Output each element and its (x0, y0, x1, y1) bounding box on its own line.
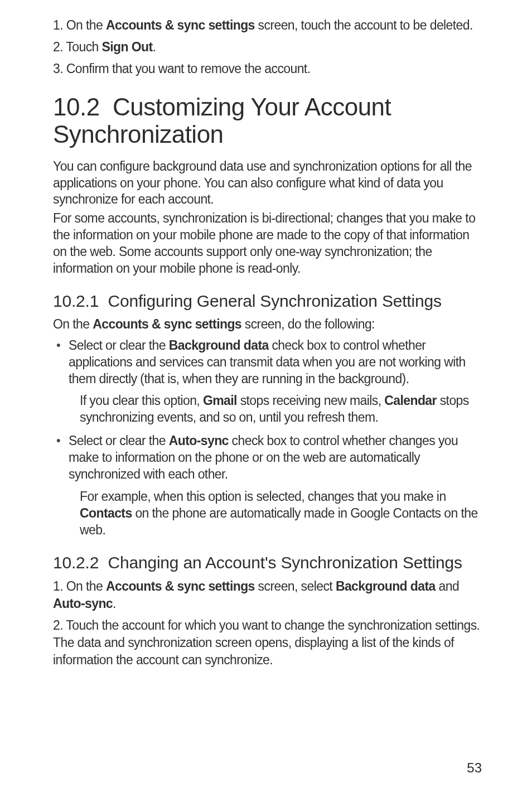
step-text-pre: On the (66, 18, 106, 32)
step-2: 2. Touch Sign Out. (53, 38, 485, 56)
paragraph-1: You can configure background data use an… (53, 158, 485, 209)
sub2-step-1: 1. On the Accounts & sync settings scree… (53, 578, 485, 612)
sub-b1: Gmail (203, 393, 237, 408)
step-text-bold: Sign Out (102, 40, 153, 54)
step-text-post: . (153, 40, 156, 54)
bullet-item-2: Select or clear the Auto-sync check box … (53, 433, 485, 483)
subsection-title: Changing an Account's Synchronization Se… (108, 553, 462, 572)
subsection-1-heading: 10.2.1 Configuring General Synchronizati… (53, 292, 485, 311)
p6: . (113, 596, 116, 611)
step-text-bold: Accounts & sync settings (106, 18, 255, 32)
p0: Touch the account for which you want to … (53, 618, 480, 667)
sub2-step-2: 2. Touch the account for which you want … (53, 617, 485, 669)
section-number: 10.2 (53, 93, 100, 120)
bullet-pre: Select or clear the (69, 338, 169, 352)
section-heading: 10.2 Customizing Your Account Synchroniz… (53, 93, 485, 148)
bullet-1-subpara: If you clear this option, Gmail stops re… (53, 393, 485, 426)
sub-b1: Contacts (80, 506, 132, 520)
step-text-pre: Confirm that you want to remove the acco… (66, 61, 311, 76)
step-number: 2. (53, 618, 63, 632)
step-text-post: screen, touch the account to be deleted. (255, 18, 473, 32)
step-3: 3. Confirm that you want to remove the a… (53, 60, 485, 78)
document-page: 1. On the Accounts & sync settings scree… (0, 0, 532, 797)
subsection-title: Configuring General Synchronization Sett… (108, 292, 442, 310)
bullet-2-subpara: For example, when this option is selecte… (53, 489, 485, 539)
p0: On the (66, 579, 106, 593)
sub-pre: If you clear this option, (80, 393, 203, 408)
bullet-pre: Select or clear the (69, 433, 169, 448)
section-title-text: Customizing Your Account Synchronization (53, 93, 391, 148)
p4: and (436, 579, 459, 593)
bullet-bold: Background data (169, 338, 269, 352)
step-number: 1. (53, 579, 63, 593)
subsection-number: 10.2.2 (53, 553, 99, 572)
p3: Background data (336, 579, 436, 593)
sub-post: on the phone are automatically made in G… (80, 506, 478, 537)
step-text-pre: Touch (66, 40, 101, 54)
bullet-item-1: Select or clear the Background data chec… (53, 337, 485, 388)
step-number: 1. (53, 18, 63, 32)
sub-b2: Calendar (384, 393, 437, 408)
sub-pre: For example, when this option is selecte… (80, 489, 446, 504)
bullet-list: Select or clear the Background data chec… (53, 337, 485, 388)
page-number: 53 (467, 760, 482, 776)
step-number: 2. (53, 40, 63, 54)
bullet-bold: Auto-sync (169, 433, 229, 448)
lead-bold: Accounts & sync settings (93, 317, 241, 331)
step-number: 3. (53, 61, 63, 76)
p2: screen, select (255, 579, 336, 593)
subsection-number: 10.2.1 (53, 292, 99, 310)
p5: Auto-sync (53, 596, 113, 611)
step-1: 1. On the Accounts & sync settings scree… (53, 17, 485, 34)
sub-mid: stops receiving new mails, (237, 393, 384, 408)
intro-steps: 1. On the Accounts & sync settings scree… (53, 17, 485, 78)
paragraph-2: For some accounts, synchronization is bi… (53, 210, 485, 277)
bullet-list-2: Select or clear the Auto-sync check box … (53, 433, 485, 483)
subsection-2-heading: 10.2.2 Changing an Account's Synchroniza… (53, 553, 485, 572)
p1: Accounts & sync settings (106, 579, 255, 593)
lead-pre: On the (53, 317, 93, 331)
subsection-1-lead: On the Accounts & sync settings screen, … (53, 316, 485, 333)
lead-post: screen, do the following: (241, 317, 375, 331)
